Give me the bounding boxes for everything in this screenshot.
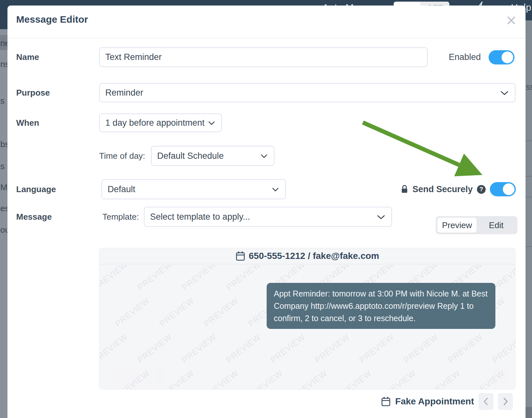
chevron-down-icon [377, 215, 385, 219]
fake-appointment-label: Fake Appointment [395, 396, 474, 407]
preview-conversation-area: PREVIEWPREVIEWPREVIEWPREVIEWPREVIEWPREVI… [99, 265, 515, 389]
background-page-right-edge: ss [526, 20, 532, 418]
chevron-right-icon [502, 397, 509, 406]
enabled-toggle[interactable] [489, 50, 515, 64]
bg-text-fragment: s [0, 96, 5, 106]
bg-text-fragment: s [0, 161, 5, 171]
time-of-day-value: Default Schedule [157, 151, 224, 161]
tab-preview[interactable]: Preview [437, 218, 477, 233]
tab-edit[interactable]: Edit [477, 218, 516, 233]
template-label: Template: [102, 207, 139, 227]
template-select[interactable]: Select template to apply... [144, 207, 392, 227]
time-of-day-label: Time of day: [99, 146, 145, 166]
bg-table-line [526, 246, 532, 247]
bg-text-fragment: ss [526, 82, 532, 92]
chevron-down-icon [208, 121, 215, 125]
toggle-knob [503, 183, 515, 195]
calendar-icon [236, 251, 245, 261]
bg-table-line [526, 176, 532, 177]
help-question-icon[interactable]: ? [477, 185, 486, 194]
purpose-select[interactable]: Reminder [99, 83, 515, 102]
preview-recipient-header: 650-555-1212 / fake@fake.com [99, 248, 515, 264]
close-icon [507, 16, 516, 25]
purpose-value: Reminder [105, 88, 143, 98]
message-bubble: Appt Reminder: tomorrow at 3:00 PM with … [267, 283, 495, 329]
message-preview-panel: 650-555-1212 / fake@fake.com PREVIEWPREV… [99, 248, 515, 389]
when-value: 1 day before appointment [105, 118, 204, 128]
enabled-label: Enabled [449, 47, 481, 67]
previous-appointment-button[interactable] [479, 393, 493, 410]
send-securely-toggle[interactable] [490, 182, 516, 196]
send-securely-row: Send Securely ? [401, 179, 516, 199]
language-label: Language [16, 179, 56, 199]
chevron-left-icon [483, 397, 489, 406]
bg-table-line [526, 140, 532, 141]
when-select[interactable]: 1 day before appointment [99, 113, 222, 132]
send-securely-label: Send Securely [412, 184, 473, 194]
preview-recipient: 650-555-1212 / fake@fake.com [249, 251, 379, 261]
preview-footer: Fake Appointment [381, 393, 513, 410]
bg-table-line [526, 197, 532, 197]
when-label: When [16, 113, 39, 132]
chevron-down-icon [272, 188, 279, 192]
bg-footer-band [526, 407, 532, 418]
name-label: Name [16, 47, 39, 67]
lock-icon [401, 185, 408, 194]
chevron-down-icon [501, 91, 508, 95]
calendar-icon [381, 396, 391, 407]
time-of-day-select[interactable]: Default Schedule [151, 146, 274, 166]
navbar-left-remnant [0, 20, 7, 29]
template-placeholder: Select template to apply... [150, 212, 250, 222]
language-select[interactable]: Default [101, 179, 286, 199]
message-editor-modal: Message Editor Name Enabled Purpose Remi… [7, 6, 526, 418]
preview-edit-segmented-control: Preview Edit [436, 216, 517, 234]
message-label: Message [16, 207, 52, 227]
next-appointment-button[interactable] [498, 393, 513, 410]
name-input[interactable] [99, 47, 428, 67]
purpose-label: Purpose [16, 83, 50, 102]
chevron-down-icon [261, 154, 267, 158]
close-button[interactable] [505, 14, 518, 27]
language-value: Default [108, 184, 135, 194]
header-divider [7, 38, 526, 39]
bg-text-fragment: M [0, 182, 7, 192]
modal-title: Message Editor [16, 14, 88, 25]
toggle-knob [502, 52, 513, 63]
background-page-left-edge: ne ns s bs s M es ou [0, 20, 7, 418]
